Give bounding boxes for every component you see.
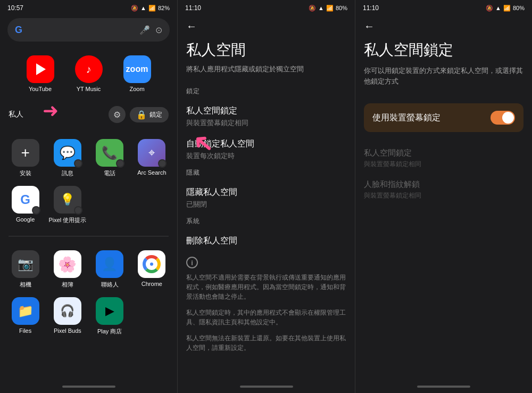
p3-silent: 🔕 bbox=[486, 5, 493, 12]
back-arrow-3[interactable]: ← bbox=[355, 15, 532, 36]
bottom-apps-grid: 📷 相機 🌸 相簿 👤 聯絡人 Chrome bbox=[0, 240, 177, 344]
nav-bar-1 bbox=[62, 386, 115, 388]
dim-title-1: 私人空間鎖定 bbox=[364, 148, 523, 158]
app-arcsearch[interactable]: ⌖ Arc Search bbox=[131, 134, 173, 181]
toggle-switch[interactable] bbox=[491, 111, 515, 125]
app-zoom[interactable]: zoom Zoom bbox=[113, 50, 161, 95]
phone-icon: 📞 bbox=[96, 139, 123, 167]
signal-icon: 📶 bbox=[148, 5, 156, 12]
play-label: Play 商店 bbox=[97, 328, 122, 335]
phone-label: 電話 bbox=[104, 169, 115, 177]
status-icons-1: 🔕 ▲ 📶 82% bbox=[131, 5, 170, 12]
mic-icon[interactable]: 🎤 bbox=[139, 25, 150, 35]
toggle-circle bbox=[502, 112, 514, 124]
status-icons-3: 🔕 ▲ 📶 80% bbox=[486, 5, 525, 12]
info-icon-1: i bbox=[186, 257, 198, 268]
search-bar[interactable]: G 🎤 ⊙ bbox=[7, 18, 170, 42]
private-lock-title: 私人空間鎖定 bbox=[186, 105, 346, 117]
messages-bubble: 💬 bbox=[60, 145, 76, 160]
plus-icon: + bbox=[21, 144, 29, 161]
youtube-icon bbox=[27, 55, 54, 83]
camera-label: 相機 bbox=[20, 281, 31, 289]
ytmusic-label: YT Music bbox=[77, 86, 101, 92]
info-text-1: 私人空間不適用於需要在背景執行或傳送重要通知的應用程式，例如醫療應用程式。因為當… bbox=[178, 272, 355, 302]
chrome-label: Chrome bbox=[142, 281, 162, 287]
lock-button[interactable]: 🔒 鎖定 bbox=[130, 107, 169, 122]
chrome-inner bbox=[148, 261, 155, 267]
arcsearch-icon: ⌖ bbox=[138, 139, 165, 167]
app-google[interactable]: G Google bbox=[4, 181, 46, 227]
app-install[interactable]: + 安裝 bbox=[4, 134, 46, 181]
app-ytmusic[interactable]: ♪ YT Music bbox=[64, 50, 113, 95]
chrome-circle bbox=[143, 255, 161, 273]
hide-title: 隱藏私人空間 bbox=[186, 187, 346, 198]
messages-label: 訊息 bbox=[62, 169, 73, 177]
install-icon: + bbox=[12, 139, 39, 167]
youtube-label: YouTube bbox=[29, 86, 52, 92]
status-time-3: 11:10 bbox=[363, 4, 379, 12]
google-g: G bbox=[20, 192, 30, 207]
files-label: Files bbox=[19, 328, 31, 334]
back-arrow-2[interactable]: ← bbox=[178, 15, 355, 36]
app-chrome[interactable]: Chrome bbox=[131, 245, 173, 292]
dim-title-2: 人臉和指紋解鎖 bbox=[364, 179, 523, 190]
app-play[interactable]: ▶ Play 商店 bbox=[89, 292, 131, 339]
phone3: 11:10 🔕 ▲ 📶 80% ← 私人空間鎖定 你可以用鎖定裝置的方式來鎖定私… bbox=[355, 0, 532, 393]
app-camera[interactable]: 📷 相機 bbox=[4, 245, 46, 292]
files-symbol: 📁 bbox=[18, 304, 34, 318]
google-badge bbox=[32, 206, 40, 215]
contacts-symbol: 👤 bbox=[102, 257, 118, 272]
phone2: 11:10 🔕 ▲ 📶 80% ← 私人空間 將私人應用程式隱藏或鎖定於獨立空間… bbox=[177, 0, 355, 393]
app-phone[interactable]: 📞 電話 bbox=[89, 134, 131, 181]
pink-arrow-1: ➜ bbox=[43, 100, 59, 122]
app-contacts[interactable]: 👤 聯絡人 bbox=[89, 245, 131, 292]
ytmusic-icon: ♪ bbox=[75, 55, 103, 83]
gear-icon: ⚙ bbox=[113, 110, 121, 120]
dim-item-2: 人臉和指紋解鎖 與裝置螢幕鎖定相同 bbox=[355, 172, 532, 203]
info-text-3: 私人空間無法在新裝置上還原。如要在其他裝置上使用私人空間，請重新設定。 bbox=[178, 332, 355, 354]
pixel-symbol: 💡 bbox=[60, 193, 74, 207]
chrome-icon bbox=[138, 250, 165, 278]
p3-wifi: ▲ bbox=[495, 5, 501, 11]
lock-icon: 🔒 bbox=[136, 110, 147, 120]
info-text-2: 私人空間鎖定時，其中的應用程式不會顯示在權限管理工具、隱私資訊主頁和其他設定中。 bbox=[178, 307, 355, 328]
app-pixeltips[interactable]: 💡 Pixel 使用提示 bbox=[46, 181, 88, 227]
google-label: Google bbox=[16, 216, 35, 223]
status-bar-1: 10:57 🔕 ▲ 📶 82% bbox=[0, 0, 177, 15]
app-youtube[interactable]: YouTube bbox=[16, 50, 64, 95]
status-time-1: 10:57 bbox=[7, 4, 23, 12]
dim-sub-1: 與裝置螢幕鎖定相同 bbox=[364, 160, 523, 169]
battery-1: 82% bbox=[158, 5, 170, 11]
settings-gear-btn[interactable]: ⚙ bbox=[109, 106, 126, 123]
page3-subtitle: 你可以用鎖定裝置的方式來鎖定私人空間，或選擇其他鎖定方式 bbox=[355, 62, 532, 95]
settings-hide[interactable]: 隱藏私人空間 已關閉 bbox=[178, 179, 355, 212]
install-label: 安裝 bbox=[20, 169, 31, 177]
app-messages[interactable]: 💬 訊息 bbox=[46, 134, 88, 181]
section-lock: 鎖定 bbox=[178, 83, 355, 98]
phone1: 10:57 🔕 ▲ 📶 82% G 🎤 ⊙ YouTube ♪ YT Music bbox=[0, 0, 177, 393]
zoom-icon: zoom bbox=[123, 55, 151, 83]
zoom-text: zoom bbox=[126, 64, 148, 74]
pixelbuds-icon: 🎧 bbox=[54, 297, 81, 325]
app-pixelbuds[interactable]: 🎧 Pixel Buds bbox=[46, 292, 88, 339]
p3-battery: 80% bbox=[513, 5, 525, 11]
p2-battery: 80% bbox=[336, 5, 347, 11]
messages-icon: 💬 bbox=[54, 139, 81, 167]
section-hide: 隱藏 bbox=[178, 164, 355, 179]
app-files[interactable]: 📁 Files bbox=[4, 292, 46, 339]
lens-icon[interactable]: ⊙ bbox=[155, 25, 162, 35]
music-note: ♪ bbox=[86, 63, 92, 76]
zoom-label: Zoom bbox=[129, 86, 144, 92]
files-icon: 📁 bbox=[12, 297, 39, 325]
page2-subtitle: 將私人應用程式隱藏或鎖定於獨立空間 bbox=[178, 62, 355, 83]
nav-bar-3 bbox=[417, 386, 470, 388]
contacts-icon: 👤 bbox=[96, 250, 123, 278]
page3-title: 私人空間鎖定 bbox=[355, 36, 532, 62]
settings-delete[interactable]: 刪除私人空間 bbox=[178, 228, 355, 251]
toggle-label: 使用裝置螢幕鎖定 bbox=[372, 112, 440, 124]
phone-badge bbox=[116, 159, 124, 168]
status-time-2: 11:10 bbox=[185, 4, 201, 12]
pixelbuds-label: Pixel Buds bbox=[54, 328, 81, 334]
toggle-row[interactable]: 使用裝置螢幕鎖定 bbox=[364, 103, 523, 132]
app-photos[interactable]: 🌸 相簿 bbox=[46, 245, 88, 292]
